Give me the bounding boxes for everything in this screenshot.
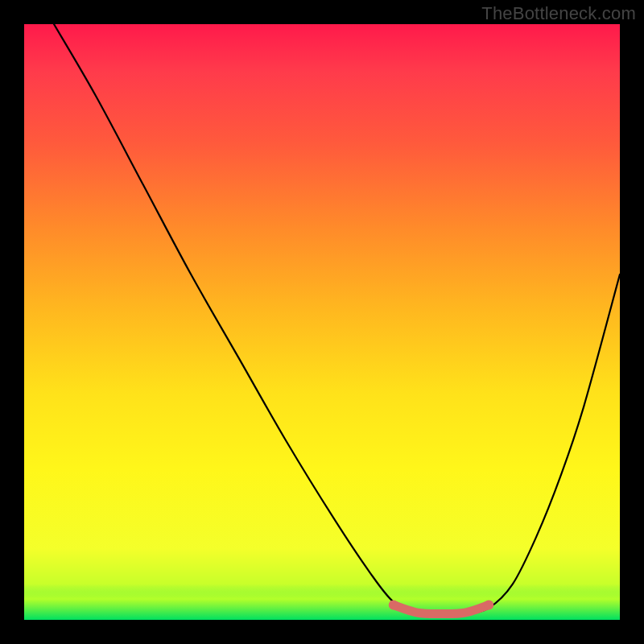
plot-background-gradient <box>24 24 620 620</box>
watermark-text: TheBottleneck.com <box>481 3 636 24</box>
plot-area <box>24 24 620 620</box>
chart-frame: TheBottleneck.com <box>0 0 644 644</box>
